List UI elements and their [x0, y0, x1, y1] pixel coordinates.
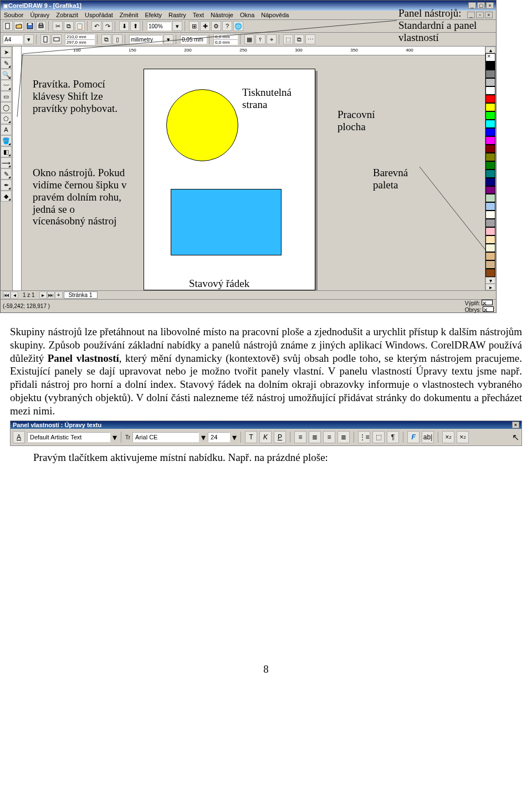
font-size-input[interactable] — [208, 432, 230, 442]
portrait-icon[interactable] — [40, 34, 50, 44]
open-icon[interactable] — [14, 21, 24, 31]
interactive-fill-icon[interactable]: 🪣 — [1, 135, 12, 146]
subscript-button[interactable]: ×2 — [457, 431, 469, 443]
single-page-icon[interactable]: ▯ — [112, 34, 122, 44]
outline-tool-icon[interactable]: ✒ — [1, 180, 12, 191]
menu-rastry[interactable]: Rastry — [168, 12, 186, 18]
menu-upravy[interactable]: Úpravy — [30, 12, 49, 18]
menu-nastroje[interactable]: Nástroje — [211, 12, 233, 18]
new-icon[interactable] — [3, 21, 13, 31]
format-text-icon[interactable]: F — [407, 431, 420, 443]
treat-objects-icon[interactable]: ⬚ — [283, 34, 293, 44]
yellow-circle-object[interactable] — [166, 89, 238, 161]
interactive-transp-icon[interactable]: ◧ — [1, 146, 12, 157]
dropcap-icon[interactable]: ⬚ — [372, 431, 385, 443]
menu-okna[interactable]: Okna — [240, 12, 254, 18]
menu-zobrazit[interactable]: Zobrazit — [56, 12, 78, 18]
color-swatch[interactable] — [485, 244, 495, 252]
export-icon[interactable]: ⬆ — [130, 21, 140, 31]
color-swatch[interactable] — [485, 252, 495, 260]
bold-button[interactable]: T — [245, 431, 257, 443]
web-icon[interactable]: 🌐 — [233, 21, 243, 31]
color-swatch[interactable] — [485, 186, 495, 194]
edit-text-icon[interactable]: ab| — [422, 431, 434, 443]
pick-tool-icon[interactable]: ➤ — [1, 47, 12, 58]
guide-icon[interactable]: ✚ — [200, 21, 210, 31]
zoom-input[interactable] — [147, 22, 171, 30]
color-swatch[interactable] — [485, 111, 495, 120]
redo-icon[interactable]: ↷ — [103, 21, 112, 31]
blue-rectangle-object[interactable] — [171, 189, 282, 255]
style-dropdown-icon[interactable]: ▾ — [112, 432, 117, 443]
options-icon[interactable]: ⚙ — [211, 21, 221, 31]
units-select[interactable] — [129, 35, 162, 44]
font-dropdown-icon[interactable]: ▾ — [201, 432, 206, 443]
menu-text[interactable]: Text — [193, 12, 204, 18]
color-swatch[interactable] — [485, 78, 495, 86]
width-field[interactable] — [65, 34, 95, 39]
color-swatch[interactable] — [485, 260, 495, 269]
vertical-ruler[interactable] — [13, 47, 22, 290]
options2-icon[interactable]: ⋯ — [305, 34, 315, 44]
units-dropdown-icon[interactable]: ▾ — [163, 34, 173, 44]
freehand-tool-icon[interactable]: 〰 — [1, 80, 12, 91]
dup-offset-x[interactable] — [213, 34, 238, 39]
zoom-dropdown-icon[interactable]: ▾ — [172, 21, 182, 31]
align-right-icon[interactable]: ≡ — [323, 431, 335, 443]
color-swatch[interactable] — [485, 235, 495, 244]
paper-size-select[interactable] — [3, 35, 23, 44]
rectangle-tool-icon[interactable]: ▭ — [1, 91, 12, 102]
underline-button[interactable]: P — [274, 431, 286, 443]
menu-soubor[interactable]: Soubor — [4, 12, 23, 18]
paper-dropdown-icon[interactable]: ▾ — [24, 34, 34, 44]
menu-efekty[interactable]: Efekty — [145, 12, 162, 18]
align-left-icon[interactable]: ≡ — [294, 431, 306, 443]
undo-icon[interactable]: ↶ — [91, 21, 101, 31]
cut-icon[interactable]: ✂ — [53, 21, 63, 31]
dup-offset-y[interactable] — [213, 39, 238, 45]
palette-scroll-down-icon[interactable]: ▾ — [485, 277, 495, 284]
superscript-button[interactable]: ×2 — [442, 431, 454, 443]
align-center-icon[interactable]: ≣ — [309, 431, 321, 443]
color-swatch[interactable] — [485, 227, 495, 235]
color-swatch[interactable] — [485, 202, 495, 211]
save-icon[interactable] — [25, 21, 35, 31]
facing-pages-icon[interactable]: ⧉ — [101, 34, 111, 44]
menu-zmenit[interactable]: Změnit — [120, 12, 139, 18]
color-swatch[interactable] — [485, 95, 495, 103]
snap-icon[interactable]: ⊞ — [189, 21, 199, 31]
help-icon[interactable]: ? — [222, 21, 232, 31]
text-style-select[interactable] — [27, 432, 110, 442]
copy-icon[interactable]: ⧉ — [64, 21, 74, 31]
font-select[interactable] — [132, 432, 199, 442]
color-swatch[interactable] — [485, 170, 495, 178]
color-swatch[interactable] — [485, 103, 495, 111]
ellipse-tool-icon[interactable]: ◯ — [1, 102, 12, 113]
size-dropdown-icon[interactable]: ▾ — [232, 432, 237, 443]
color-swatch[interactable] — [485, 153, 495, 161]
align-justify-icon[interactable]: ≣ — [337, 431, 350, 443]
color-swatch[interactable] — [485, 70, 495, 78]
color-swatch[interactable] — [485, 211, 495, 219]
color-swatch[interactable] — [485, 128, 495, 136]
italic-button[interactable]: K — [259, 431, 272, 443]
color-swatch[interactable] — [485, 86, 495, 95]
propbar-close-button[interactable]: × — [512, 422, 519, 428]
snap-objects-icon[interactable]: ⌖ — [267, 34, 277, 44]
nudge-field[interactable] — [180, 35, 207, 44]
color-swatch[interactable] — [485, 61, 495, 70]
text-tool-icon[interactable]: A — [1, 124, 12, 135]
color-swatch[interactable] — [485, 219, 495, 227]
color-swatch[interactable] — [485, 120, 495, 128]
eyedropper-tool-icon[interactable]: ✎ — [1, 168, 12, 180]
color-swatch[interactable] — [485, 194, 495, 202]
interactive-blend-icon[interactable]: ⟿ — [1, 157, 12, 168]
first-page-button[interactable]: ⏮ — [3, 291, 11, 299]
last-page-button[interactable]: ⏭ — [47, 291, 55, 299]
color-swatch[interactable] — [485, 161, 495, 170]
para-icon[interactable]: ¶ — [387, 431, 399, 443]
horizontal-ruler[interactable]: 100 150 200 250 300 350 400 — [22, 47, 485, 55]
shape-tool-icon[interactable]: ✎ — [1, 58, 12, 69]
landscape-icon[interactable] — [52, 34, 62, 44]
color-swatch[interactable] — [485, 136, 495, 145]
